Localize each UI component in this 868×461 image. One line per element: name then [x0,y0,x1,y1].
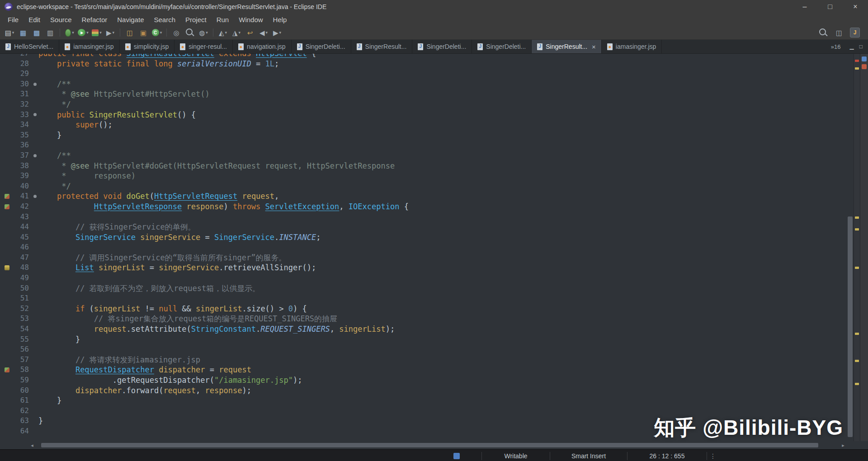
line-number[interactable]: 28 [14,59,31,69]
fold-column[interactable] [31,304,38,314]
annotation-tick[interactable] [855,216,859,219]
code-line-57[interactable]: 57 // 将请求转发到iamasinger.jsp [0,355,847,365]
fold-column[interactable] [31,161,38,171]
tab-singer-resul-[interactable]: ◆singer-resul... [175,40,233,53]
line-number[interactable]: 37 [14,151,31,161]
save-all-button[interactable]: ▩ [30,27,43,38]
fold-column[interactable] [31,202,38,212]
line-number[interactable]: 60 [14,386,31,396]
line-number[interactable]: 50 [14,283,31,294]
code-line-34[interactable]: 34 super(); [0,120,847,130]
annotation-tick[interactable] [855,360,859,362]
menu-search[interactable]: Search [149,14,180,26]
line-number[interactable]: 56 [14,344,31,355]
fold-column[interactable] [31,293,38,304]
fold-column[interactable] [31,212,38,222]
code-line-40[interactable]: 40 */ [0,181,847,192]
code-line-30[interactable]: 30 /** [0,79,847,89]
code-line-43[interactable]: 43 [0,212,847,222]
gutter-marker-column[interactable] [0,54,14,59]
fold-column[interactable] [31,99,38,110]
tab-helloservlet-[interactable]: JHelloServlet... [0,40,59,53]
gutter-marker-column[interactable] [0,395,14,406]
code-line-39[interactable]: 39 * response) [0,171,847,181]
code-line-31[interactable]: 31 * @see HttpServlet#HttpServlet() [0,89,847,99]
code-lines[interactable]: 27public final class SingerResultServlet… [0,54,847,441]
gutter-marker-column[interactable] [0,324,14,334]
gutter-marker-column[interactable] [0,293,14,304]
gutter-marker-column[interactable] [0,79,14,89]
menu-project[interactable]: Project [180,14,212,26]
fold-column[interactable] [31,365,38,375]
fold-column[interactable] [31,395,38,406]
fold-column[interactable] [31,416,38,426]
fold-column[interactable] [31,283,38,294]
fold-column[interactable] [31,273,38,283]
toolbar-search-button[interactable] [816,27,830,38]
fold-column[interactable] [31,406,38,416]
horizontal-scrollbar[interactable] [37,442,838,448]
gutter-marker-column[interactable] [0,110,14,120]
fold-column[interactable] [31,253,38,263]
new-wizard-button[interactable]: ▤▾ [3,27,16,38]
code-line-41[interactable]: 41 protected void doGet(HttpServletReque… [0,191,847,202]
fold-column[interactable] [31,89,38,99]
line-number[interactable]: 44 [14,222,31,232]
fold-marker-icon[interactable] [33,154,37,157]
fold-column[interactable] [31,386,38,396]
code-line-44[interactable]: 44 // 获得SingerService的单例。 [0,222,847,232]
line-number[interactable]: 48 [14,263,31,273]
forward-button[interactable]: ▶▾ [270,27,284,38]
gutter-marker-column[interactable] [0,222,14,232]
line-number[interactable]: 45 [14,232,31,243]
line-number[interactable]: 31 [14,89,31,99]
override-marker-icon[interactable] [5,204,9,209]
tab-simplicity-jsp[interactable]: ◆simplicity.jsp [120,40,175,53]
menu-source[interactable]: Source [45,14,77,26]
save-button[interactable]: ▦ [16,27,30,38]
minimized-view-icon[interactable] [862,64,867,69]
code-line-33[interactable]: 33 public SingerResultServlet() { [0,110,847,120]
tab-iamasinger-jsp[interactable]: ◆iamasinger.jsp [602,40,662,53]
line-number[interactable]: 32 [14,99,31,110]
fold-column[interactable] [31,140,38,151]
gutter-marker-column[interactable] [0,375,14,386]
fold-marker-icon[interactable] [33,113,37,116]
restore-view-icon[interactable] [862,56,867,61]
line-number[interactable]: 53 [14,314,31,324]
gutter-marker-column[interactable] [0,283,14,294]
gutter-marker-column[interactable] [0,151,14,161]
next-annotation-button[interactable]: ◮▾ [230,27,243,38]
line-number[interactable]: 64 [14,426,31,437]
code-line-56[interactable]: 56 [0,344,847,355]
gutter-marker-column[interactable] [0,355,14,365]
line-number[interactable]: 47 [14,253,31,263]
line-number[interactable]: 57 [14,355,31,365]
fold-column[interactable] [31,334,38,345]
fold-column[interactable] [31,151,38,161]
tab-singerdeleti-[interactable]: JSingerDeleti... [412,40,472,53]
fold-marker-icon[interactable] [33,83,37,86]
override-marker-icon[interactable] [5,367,9,372]
new-package-button[interactable]: ▣ [137,27,150,38]
minimize-button[interactable]: – [792,0,817,14]
tab-navigation-jsp[interactable]: ◆navigation.jsp [233,40,292,53]
tab-overflow-chevron[interactable]: »16 [827,40,844,53]
fold-column[interactable] [31,181,38,192]
annotation-tick[interactable] [855,333,859,335]
code-line-38[interactable]: 38 * @see HttpServlet#doGet(HttpServletR… [0,161,847,171]
gutter-marker-column[interactable] [0,242,14,253]
run-button[interactable]: ▶▾ [76,27,90,38]
print-button[interactable]: ▥ [43,27,57,38]
annotation-tick[interactable] [855,60,859,62]
fold-column[interactable] [31,54,38,59]
gutter-marker-column[interactable] [0,386,14,396]
gutter-marker-column[interactable] [0,273,14,283]
menu-run[interactable]: Run [212,14,234,26]
line-number[interactable]: 46 [14,242,31,253]
menu-window[interactable]: Window [234,14,268,26]
maximize-editor-button[interactable]: □ [859,43,863,50]
vscroll-thumb[interactable] [848,216,853,437]
gutter-marker-column[interactable] [0,426,14,437]
line-number[interactable]: 51 [14,293,31,304]
